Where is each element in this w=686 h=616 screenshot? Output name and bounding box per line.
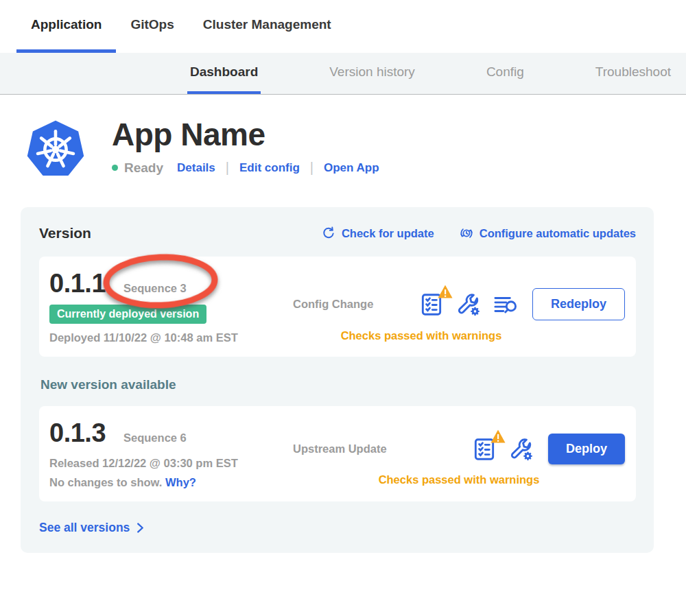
divider: | [226,160,229,176]
top-nav: Application GitOps Cluster Management [0,0,686,53]
why-link[interactable]: Why? [165,476,196,488]
config-wrench-icon[interactable] [456,292,482,318]
tab-gitops[interactable]: GitOps [116,0,188,53]
currently-deployed-badge: Currently deployed version [49,305,206,324]
open-app-link[interactable]: Open App [324,161,379,175]
chevron-right-icon [136,523,145,533]
warning-triangle-icon [437,284,453,299]
see-all-versions-link[interactable]: See all versions [39,521,636,535]
configure-automatic-updates-button[interactable]: Configure automatic updates [459,226,636,241]
current-version-card: 0.1.1 Sequence 3 Currently deployed vers… [39,257,636,357]
redeploy-button[interactable]: Redeploy [532,288,625,320]
available-version-sequence: Sequence 6 [123,431,187,445]
config-wrench-icon[interactable] [508,436,534,462]
preflight-checks-icon[interactable] [418,292,445,318]
see-all-versions-label: See all versions [39,521,130,535]
status-badge: Ready [124,161,163,176]
tab-version-history[interactable]: Version history [327,53,418,94]
tab-cluster-management[interactable]: Cluster Management [189,0,346,53]
tab-dashboard[interactable]: Dashboard [187,53,261,94]
divider: | [310,160,314,176]
tab-application[interactable]: Application [16,0,116,53]
current-version-source: Config Change [293,298,373,311]
deployed-timestamp: Deployed 11/10/22 @ 10:48 am EST [49,331,293,344]
details-link[interactable]: Details [177,161,215,175]
warning-triangle-icon [490,429,506,444]
deploy-button[interactable]: Deploy [548,434,625,464]
available-version-card: 0.1.3 Sequence 6 Released 12/12/22 @ 03:… [39,406,636,501]
refresh-icon [321,226,336,241]
check-for-update-button[interactable]: Check for update [321,226,434,241]
page-title: App Name [112,118,379,151]
configure-automatic-updates-label: Configure automatic updates [480,227,636,240]
tab-troubleshoot[interactable]: Troubleshoot [593,53,674,94]
status-dot [112,165,118,171]
edit-config-link[interactable]: Edit config [239,161,300,175]
app-header: App Name Ready Details | Edit config | O… [24,117,686,182]
no-changes-text: No changes to show. [49,476,162,488]
available-version-number: 0.1.3 [49,418,106,448]
preflight-checks-icon[interactable] [471,436,497,462]
new-version-heading: New version available [40,377,636,392]
current-version-number: 0.1.1 [49,269,106,298]
app-sub-nav: Dashboard Version history Config Trouble… [0,53,686,95]
released-timestamp: Released 12/12/22 @ 03:30 pm EST [49,457,293,470]
current-version-sequence: Sequence 3 [123,282,187,295]
available-version-source: Upstream Update [293,442,387,455]
available-checks-status: Checks passed with warnings [293,473,625,486]
auto-update-clock-icon [459,226,474,241]
version-panel-title: Version [39,225,91,241]
view-files-search-icon[interactable] [493,292,519,318]
kubernetes-logo-icon [24,117,87,182]
check-for-update-label: Check for update [342,227,434,240]
current-checks-status: Checks passed with warnings [293,329,625,342]
tab-config[interactable]: Config [484,53,527,94]
version-panel: Version Check for update Configure [21,207,654,553]
